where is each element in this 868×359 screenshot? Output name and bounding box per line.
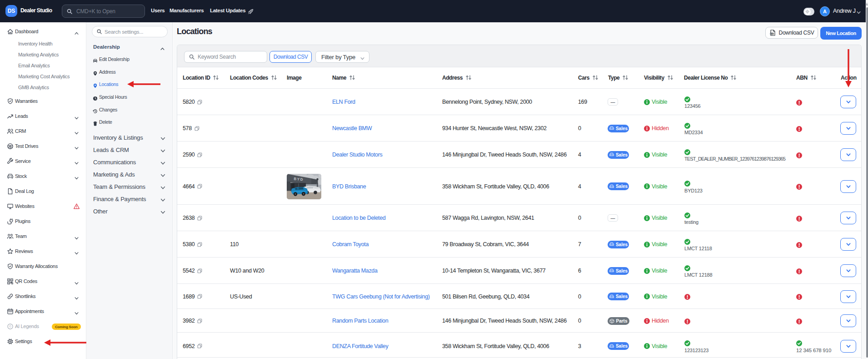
svg-text:BYD: BYD <box>294 177 304 182</box>
svg-text:©: © <box>9 325 12 328</box>
svg-text:CSV: CSV <box>770 33 773 35</box>
